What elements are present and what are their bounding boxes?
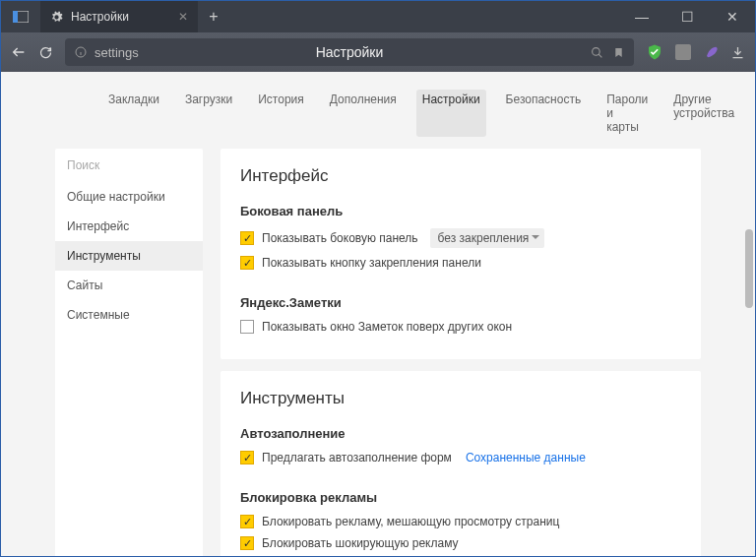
titlebar: Настройки ✕ + — ☐ ✕ (1, 1, 755, 32)
tab-title: Настройки (71, 10, 129, 24)
close-button[interactable]: ✕ (710, 1, 755, 32)
search-icon[interactable] (591, 46, 603, 59)
svg-rect-1 (13, 11, 18, 23)
option-label: Блокировать рекламу, мешающую просмотру … (262, 515, 559, 528)
nav-tab-item[interactable]: Дополнения (324, 90, 403, 137)
sidebar-mode-dropdown[interactable]: без закрепления (430, 228, 545, 248)
gear-icon (50, 11, 63, 24)
nav-tab-item[interactable]: Другие устройства (667, 90, 740, 137)
section-title: Блокировка рекламы (240, 490, 681, 505)
settings-main: Интерфейс Боковая панель ✓ Показывать бо… (220, 149, 701, 556)
sidebar-item[interactable]: Интерфейс (55, 212, 203, 241)
download-icon[interactable] (730, 45, 745, 60)
panel-interface: Интерфейс Боковая панель ✓ Показывать бо… (220, 149, 701, 359)
search-input[interactable]: Поиск (55, 149, 203, 182)
maximize-button[interactable]: ☐ (664, 1, 710, 32)
option-label: Блокировать шокирующую рекламу (262, 536, 459, 550)
address-bar[interactable]: settings Настройки (65, 38, 634, 66)
window-controls: — ☐ ✕ (619, 1, 755, 32)
section-title: Боковая панель (240, 204, 681, 218)
section-title: Автозаполнение (240, 426, 681, 441)
option-label: Показывать окно Заметок поверх других ок… (262, 320, 512, 334)
nav-tab-item[interactable]: Настройки (416, 90, 486, 137)
bookmark-icon[interactable] (613, 46, 624, 59)
toolbar: settings Настройки (1, 32, 755, 72)
checkbox-pin-button[interactable]: ✓ (240, 256, 254, 270)
svg-point-5 (593, 47, 600, 55)
sidebar-item[interactable]: Сайты (55, 271, 203, 300)
option-label: Предлагать автозаполнение форм (262, 451, 452, 464)
new-tab-button[interactable]: + (198, 8, 229, 26)
settings-nav-tabs: ЗакладкиЗагрузкиИсторияДополненияНастрой… (55, 72, 701, 149)
back-button[interactable] (11, 44, 27, 60)
settings-sidebar: Поиск Общие настройкиИнтерфейсИнструмент… (55, 149, 203, 556)
saved-data-link[interactable]: Сохраненные данные (466, 451, 586, 464)
panel-title: Интерфейс (240, 166, 681, 186)
panel-tools: Инструменты Автозаполнение ✓ Предлагать … (220, 371, 701, 556)
nav-tab-item[interactable]: Безопасность (500, 90, 588, 137)
panel-title: Инструменты (240, 389, 681, 408)
protect-icon[interactable] (646, 43, 663, 61)
feather-icon[interactable] (703, 44, 719, 60)
checkbox-autofill[interactable]: ✓ (240, 451, 254, 464)
site-info-icon[interactable] (75, 46, 87, 58)
sidebar-item[interactable]: Системные (55, 300, 203, 330)
reload-button[interactable] (38, 45, 53, 60)
sidebar-item[interactable]: Инструменты (55, 241, 203, 271)
sidebar-item[interactable]: Общие настройки (55, 182, 203, 212)
url-text: settings (94, 45, 139, 60)
extension-icon[interactable] (675, 44, 691, 60)
option-label: Показывать кнопку закрепления панели (262, 256, 481, 270)
vertical-scrollbar[interactable] (745, 229, 753, 308)
minimize-button[interactable]: — (619, 1, 664, 32)
svg-rect-7 (675, 44, 691, 60)
svg-line-6 (598, 54, 601, 57)
checkbox-block-shock-ads[interactable]: ✓ (240, 536, 254, 550)
nav-tab-item[interactable]: Загрузки (179, 90, 238, 137)
tab-close-icon[interactable]: ✕ (178, 10, 188, 24)
nav-tab-item[interactable]: Закладки (102, 90, 165, 137)
browser-tab[interactable]: Настройки ✕ (40, 1, 198, 32)
nav-tab-item[interactable]: Пароли и карты (600, 90, 654, 137)
checkbox-block-ads[interactable]: ✓ (240, 515, 254, 528)
sidebar-toggle-icon[interactable] (1, 11, 40, 23)
content-area: ЗакладкиЗагрузкиИсторияДополненияНастрой… (1, 72, 755, 556)
page-title: Настройки (316, 44, 384, 60)
option-label: Показывать боковую панель (262, 231, 418, 245)
nav-tab-item[interactable]: История (252, 90, 310, 137)
checkbox-notes-on-top[interactable] (240, 320, 254, 334)
checkbox-show-sidebar[interactable]: ✓ (240, 231, 254, 245)
section-title: Яндекс.Заметки (240, 295, 681, 310)
